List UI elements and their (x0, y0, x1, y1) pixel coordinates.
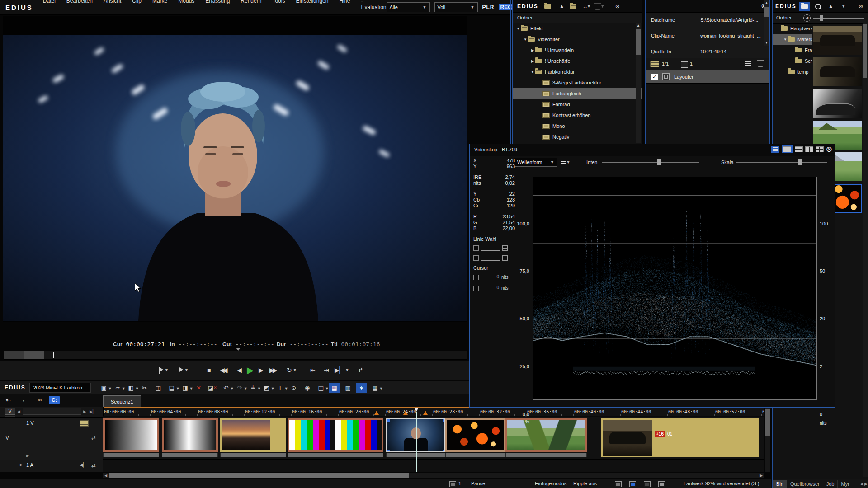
tree-item-temp[interactable]: temp (773, 66, 812, 77)
tree-item-farbabgleich[interactable]: Farbabgleich (513, 88, 642, 99)
trash-icon[interactable]: ▼ (595, 2, 605, 10)
bin-scrollbar[interactable] (863, 23, 868, 477)
scale-thumb[interactable] (798, 159, 802, 165)
folder-link-icon[interactable] (570, 2, 580, 10)
tree-item-farbrad[interactable]: Farbrad (513, 99, 642, 110)
tree-item-videofilter[interactable]: ▼Videofilter (513, 34, 642, 45)
menu-item-1[interactable]: Bearbeiten (66, 0, 93, 17)
tree-item--unsch-rfe[interactable]: ▶! Unschärfe (513, 56, 642, 66)
bin-thumbnail-car-side[interactable] (813, 26, 862, 55)
expand-icon[interactable]: ▼ (530, 70, 535, 74)
menu-item-6[interactable]: Erfassung (205, 0, 230, 17)
track-lock-icon[interactable]: ⇄ (91, 435, 96, 441)
menu-item-5[interactable]: Modus (178, 0, 194, 17)
clip-mixer-strip[interactable] (162, 453, 218, 457)
menu-item-7[interactable]: Rendern (241, 0, 261, 17)
folder-view-button[interactable] (799, 2, 810, 11)
palette-scroll-thumb[interactable] (636, 29, 641, 55)
rec-badge[interactable]: REC (499, 4, 513, 10)
track-v-chip[interactable]: V (5, 408, 15, 415)
loop-button[interactable]: ↻▼ (287, 364, 297, 376)
rewind-button[interactable]: ◀◀ (220, 364, 226, 376)
vscroll-thumb[interactable] (765, 409, 770, 436)
toggle-bin-button[interactable]: ▦ (329, 383, 340, 393)
snapshot-button[interactable]: ⊙ (288, 383, 299, 393)
panel-tab-myr[interactable]: Myr (838, 480, 853, 488)
scope-options-button[interactable]: ▼ (560, 158, 571, 167)
project-name[interactable]: 2026 Mini-LK Farbkorr... (29, 383, 91, 393)
cut-button[interactable]: ✂ (139, 383, 150, 393)
layout-rows-button[interactable] (795, 146, 803, 152)
mixer-button[interactable]: ▥ (343, 383, 354, 393)
open-project-button[interactable]: ▱▼ (112, 383, 123, 393)
quality-select[interactable]: Voll ▼ (434, 2, 478, 12)
status-insert-mode[interactable]: Einfügemodus (535, 481, 566, 486)
panel-tab-quellbrowser[interactable]: Quellbrowser (787, 480, 823, 488)
paste-button[interactable]: ▤▼ (166, 383, 177, 393)
clip-mixer-strip[interactable] (445, 453, 505, 457)
tree-item-schw[interactable]: Schw (773, 56, 812, 66)
sync-mode-icon[interactable]: ▾∴ (3, 395, 14, 404)
effect-palette-button[interactable]: ∗ (356, 383, 367, 393)
timeline-clip-gradient-mid[interactable] (162, 418, 218, 452)
line1-checkbox[interactable] (473, 245, 479, 251)
clip-mixer-strip[interactable] (288, 453, 383, 457)
list-view-icon[interactable] (745, 61, 751, 66)
tree-item-mono[interactable]: Mono (513, 121, 642, 131)
sequence-marker[interactable] (423, 411, 428, 415)
redo-button[interactable]: ↷▼ (234, 383, 245, 393)
clip-mixer-strip[interactable] (505, 453, 587, 457)
scroll-down-icon[interactable]: ▼ (764, 40, 769, 46)
expand-icon[interactable]: ▶ (530, 48, 535, 52)
timeline-clip-gradient-lr[interactable] (103, 418, 159, 452)
effect-layouter-row[interactable]: ✓ Layouter (646, 70, 769, 84)
cursor-value[interactable]: 0 (481, 285, 499, 291)
sequence-marker[interactable] (403, 411, 408, 415)
folder-icon[interactable] (544, 2, 554, 10)
expand-icon[interactable]: ▶ (530, 59, 535, 63)
bin-scroll-thumb[interactable] (863, 24, 867, 78)
menu-item-0[interactable]: Datei (43, 0, 56, 17)
channel-select[interactable]: Alle ▼ (387, 2, 430, 12)
menu-item-8[interactable]: Tools (272, 0, 285, 17)
copy-button[interactable]: ◫ (153, 383, 164, 393)
menu-item-11[interactable]: - Evaluation - (361, 0, 386, 17)
layout-cols-button[interactable] (805, 146, 813, 152)
selection-handle[interactable] (386, 450, 390, 452)
chevron-down-icon[interactable]: ▼ (839, 2, 849, 10)
timeline-hscrollbar[interactable]: ◀ ▶ (103, 473, 764, 478)
expand-icon[interactable]: ▼ (783, 38, 788, 42)
sequence-marker[interactable] (374, 411, 379, 415)
set-out-point-button[interactable]: ▼ (178, 364, 189, 376)
monitor-icon[interactable] (615, 481, 622, 488)
close-icon[interactable]: ⊗ (613, 2, 623, 10)
audio-track-lane[interactable] (103, 460, 764, 472)
tree-item--umwandeln[interactable]: ▶! Umwandeln (513, 45, 642, 56)
bin-thumbnail-car-close[interactable] (813, 57, 862, 86)
bin-thumbnail-car-front[interactable] (813, 89, 862, 118)
preview-scrubber[interactable] (4, 351, 467, 360)
track-1a-expand-icon[interactable]: ▶ (20, 463, 23, 467)
scrubber-position[interactable] (53, 352, 54, 358)
timeline-clip-sunset[interactable] (220, 418, 286, 452)
add-transition-button[interactable]: ◩▼ (261, 383, 272, 393)
title-button[interactable]: T▼ (275, 383, 286, 393)
crosshair-icon[interactable] (502, 245, 508, 251)
selection-handle[interactable] (386, 418, 390, 422)
fast-forward-button[interactable]: ▶▶ (269, 364, 276, 376)
timeline-clip-bokeh[interactable] (445, 418, 505, 452)
stop-button[interactable]: ■ (207, 364, 211, 376)
cursor-checkbox[interactable] (473, 286, 479, 291)
menu-item-10[interactable]: Hilfe (339, 0, 350, 17)
goto-out-button[interactable]: ⇥ (324, 364, 329, 376)
intensity-slider[interactable] (602, 162, 699, 163)
panel-tab-bin[interactable]: Bin (773, 480, 787, 488)
close-icon[interactable]: ⊗ (826, 145, 832, 153)
cursor-value[interactable]: 0 (481, 274, 499, 280)
timeline-clip-woman[interactable] (386, 418, 445, 452)
add-cut-point-button[interactable]: ┷▼ (248, 383, 259, 393)
display-icon[interactable] (629, 481, 636, 488)
video-patch-strip[interactable]: ···· (23, 408, 81, 415)
add-to-bin-button[interactable]: ◫▼ (316, 383, 326, 393)
tree-item-material[interactable]: ▼Material (773, 34, 812, 45)
